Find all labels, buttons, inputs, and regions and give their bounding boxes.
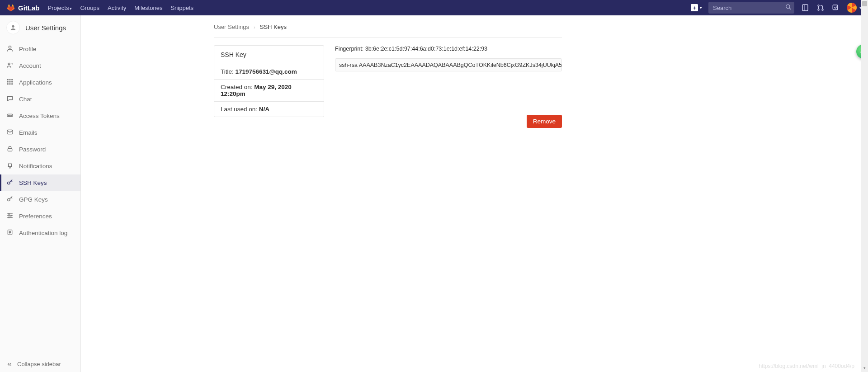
sidebar-item-label: Chat	[19, 96, 32, 103]
sidebar-item-notifications[interactable]: Notifications	[0, 158, 80, 174]
nav-activity[interactable]: Activity	[108, 5, 126, 11]
svg-point-18	[12, 84, 13, 85]
sidebar-item-gpg-keys[interactable]: GPG Keys	[0, 191, 80, 208]
sidebar-item-label: Access Tokens	[19, 113, 60, 119]
sidebar-item-access-tokens[interactable]: Access Tokens	[0, 108, 80, 124]
sidebar-item-preferences[interactable]: Preferences	[0, 208, 80, 225]
key-icon	[6, 195, 14, 204]
user-menu[interactable]: ▾	[847, 3, 862, 13]
card-row-title: Title: 1719756631@qq.com	[214, 64, 324, 80]
sidebar-item-emails[interactable]: Emails	[0, 124, 80, 141]
svg-rect-6	[833, 5, 838, 10]
main-content: User Settings › SSH Keys SSH Key Title: …	[81, 15, 868, 372]
sidebar-item-applications[interactable]: Applications	[0, 74, 80, 91]
divider	[214, 38, 562, 38]
profile-icon	[6, 45, 14, 53]
sidebar-item-profile[interactable]: Profile	[0, 41, 80, 57]
created-label: Created on:	[221, 84, 254, 90]
collapse-sidebar[interactable]: Collapse sidebar	[0, 356, 80, 372]
ssh-key-text: ssh-rsa AAAAB3NzaC1yc2EAAAADAQABAAABgQCo…	[339, 62, 562, 71]
sidebar-item-label: Account	[19, 62, 41, 69]
lock-icon	[6, 145, 14, 154]
sidebar-list: ProfileAccountApplicationsChatAccess Tok…	[0, 41, 80, 356]
search-wrap	[708, 2, 794, 14]
nav-groups[interactable]: Groups	[80, 5, 99, 11]
svg-point-12	[12, 79, 13, 80]
svg-point-9	[8, 63, 10, 65]
todos-icon[interactable]	[831, 3, 840, 12]
svg-point-4	[818, 9, 819, 10]
breadcrumb-root[interactable]: User Settings	[214, 24, 249, 30]
brand-name: GitLab	[18, 4, 40, 12]
ssh-key-box[interactable]: ssh-rsa AAAAB3NzaC1yc2EAAAADAQABAAABgQCo…	[335, 58, 562, 71]
svg-rect-24	[8, 148, 12, 151]
fingerprint-label: Fingerprint:	[335, 46, 365, 52]
breadcrumb-current: SSH Keys	[260, 24, 287, 30]
vertical-scrollbar[interactable]: ▾	[861, 0, 868, 372]
remove-button[interactable]: Remove	[527, 115, 562, 128]
svg-point-3	[818, 5, 819, 6]
svg-point-8	[9, 46, 11, 48]
sidebar-item-label: Notifications	[19, 163, 52, 170]
key-icon	[6, 179, 14, 187]
user-avatar-small	[6, 21, 20, 34]
sidebar-item-label: Profile	[19, 46, 36, 52]
nav-projects-label: Projects	[48, 5, 69, 11]
svg-point-21	[9, 115, 10, 115]
svg-point-5	[822, 9, 823, 10]
svg-point-7	[12, 25, 14, 28]
card-row-created: Created on: May 29, 2020 12:20pm	[214, 80, 324, 102]
plus-icon: +	[691, 4, 698, 11]
account-icon	[6, 61, 14, 70]
issues-icon[interactable]	[801, 3, 810, 12]
sidebar-item-chat[interactable]: Chat	[0, 91, 80, 108]
svg-rect-2	[802, 5, 808, 11]
avatar	[847, 3, 857, 13]
chat-icon	[6, 95, 14, 104]
lastused-label: Last used on:	[221, 106, 259, 113]
svg-point-14	[9, 81, 10, 82]
svg-point-30	[9, 213, 10, 215]
sidebar-header[interactable]: User Settings	[0, 15, 80, 41]
search-input[interactable]	[708, 2, 794, 14]
svg-point-32	[9, 217, 10, 218]
sidebar-item-password[interactable]: Password	[0, 141, 80, 158]
card-header: SSH Key	[214, 46, 324, 64]
brand-logo[interactable]: GitLab	[6, 3, 40, 12]
scrollbar-thumb[interactable]	[862, 1, 867, 6]
nav-milestones[interactable]: Milestones	[134, 5, 162, 11]
top-right-tools: + ▾ ▾	[691, 2, 862, 14]
chevron-right-icon: ›	[254, 24, 255, 30]
fingerprint-line: Fingerprint: 3b:6e:2e:c1:5d:97:44:6a:d0:…	[335, 45, 562, 52]
sidebar: User Settings ProfileAccountApplications…	[0, 15, 81, 372]
top-bar: GitLab Projects▾ Groups Activity Milesto…	[0, 0, 868, 15]
new-menu-button[interactable]: + ▾	[691, 4, 702, 11]
ssh-key-card: SSH Key Title: 1719756631@qq.com Created…	[214, 45, 324, 117]
sidebar-item-account[interactable]: Account	[0, 57, 80, 74]
sidebar-item-ssh-keys[interactable]: SSH Keys	[0, 174, 80, 191]
nav-snippets[interactable]: Snippets	[170, 5, 193, 11]
svg-point-15	[12, 81, 13, 82]
log-icon	[6, 229, 14, 237]
nav-projects[interactable]: Projects▾	[48, 5, 72, 11]
sidebar-item-authentication-log[interactable]: Authentication log	[0, 225, 80, 241]
svg-point-22	[11, 115, 11, 115]
sidebar-item-label: SSH Keys	[19, 179, 47, 186]
merge-requests-icon[interactable]	[816, 3, 825, 12]
prefs-icon	[6, 212, 14, 221]
collapse-sidebar-label: Collapse sidebar	[17, 361, 61, 367]
sidebar-item-label: Authentication log	[19, 230, 67, 236]
fingerprint-value: 3b:6e:2e:c1:5d:97:44:6a:d0:73:1e:1d:ef:1…	[365, 46, 487, 52]
token-icon	[6, 112, 14, 120]
svg-point-20	[9, 115, 9, 115]
gitlab-logo-icon	[6, 3, 15, 12]
breadcrumb: User Settings › SSH Keys	[214, 15, 562, 38]
email-icon	[6, 128, 14, 137]
svg-point-16	[7, 84, 8, 85]
top-nav: Projects▾ Groups Activity Milestones Sni…	[48, 5, 194, 11]
ssh-key-detail: Fingerprint: 3b:6e:2e:c1:5d:97:44:6a:d0:…	[335, 45, 562, 128]
svg-point-10	[7, 79, 8, 80]
svg-line-1	[789, 8, 791, 9]
search-icon[interactable]	[785, 4, 792, 12]
lastused-value: N/A	[259, 106, 269, 113]
